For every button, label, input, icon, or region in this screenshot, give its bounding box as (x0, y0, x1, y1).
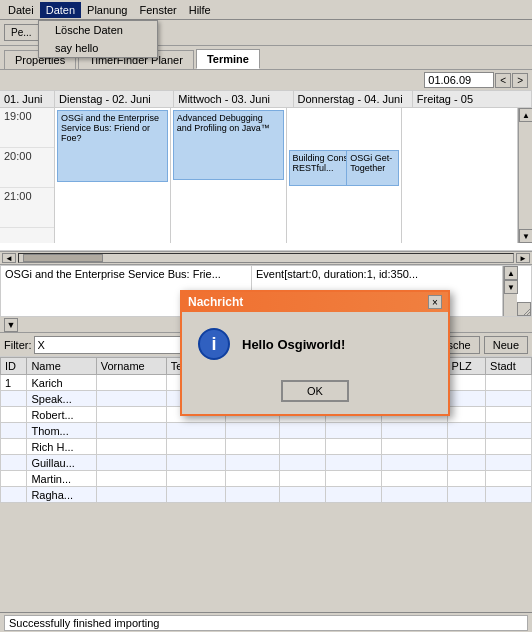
table-cell (1, 407, 27, 423)
svg-line-0 (524, 309, 530, 315)
hscroll-left[interactable]: ◄ (2, 253, 16, 263)
date-input[interactable] (424, 72, 494, 88)
expand-btn[interactable]: ▼ (4, 318, 18, 332)
cal-header-0: 01. Juni (0, 91, 55, 107)
svg-line-1 (527, 312, 530, 315)
menu-daten[interactable]: Daten (40, 2, 81, 18)
table-cell: Martin... (27, 471, 96, 487)
table-cell (326, 423, 382, 439)
table-cell: Karich (27, 375, 96, 391)
ok-btn[interactable]: OK (281, 380, 349, 402)
table-cell: Guillau... (27, 455, 96, 471)
table-cell (96, 391, 166, 407)
neue-btn[interactable]: Neue (484, 336, 528, 354)
event-osgi-gettogether[interactable]: OSGi Get-Together (346, 150, 399, 186)
table-cell (486, 487, 532, 503)
next-btn[interactable]: > (512, 73, 528, 88)
event-osgi-bus[interactable]: OSGi and the Enterprise Service Bus: Fri… (57, 110, 168, 182)
detail-scrollbar[interactable]: ▲ ▼ (503, 266, 517, 316)
table-cell (225, 471, 280, 487)
dialog-footer: OK (182, 376, 448, 414)
dropdown-losche-daten[interactable]: Lösche Daten (39, 21, 157, 39)
table-cell (1, 487, 27, 503)
date-navigator: < > (0, 70, 532, 91)
table-cell (166, 471, 225, 487)
resize-icon (518, 303, 530, 315)
table-cell (96, 375, 166, 391)
menu-hilfe[interactable]: Hilfe (183, 2, 217, 18)
calendar-header: 01. Juni Dienstag - 02. Juni Mittwoch - … (0, 91, 532, 108)
dialog-close-btn[interactable]: × (428, 295, 442, 309)
table-row[interactable]: Rich H... (1, 439, 532, 455)
table-cell (1, 439, 27, 455)
hscroll-track[interactable] (18, 253, 514, 263)
table-cell (96, 423, 166, 439)
table-cell (225, 487, 280, 503)
table-cell (166, 487, 225, 503)
cal-header-4: Freitag - 05 (413, 91, 532, 107)
menu-datei[interactable]: Datei (2, 2, 40, 18)
vscroll-up[interactable]: ▲ (504, 266, 518, 280)
calendar-scrollbar[interactable]: ▲ ▼ (518, 108, 532, 243)
table-cell (225, 455, 280, 471)
scroll-up-arrow[interactable]: ▲ (519, 108, 532, 122)
table-row[interactable]: Martin... (1, 471, 532, 487)
table-cell (96, 455, 166, 471)
dialog-title: Nachricht (188, 295, 243, 309)
table-cell (280, 439, 326, 455)
col-id: ID (1, 358, 27, 375)
menubar: Datei Daten Planung Fenster Hilfe (0, 0, 532, 20)
table-row[interactable]: Guillau... (1, 455, 532, 471)
toolbar-pe-btn[interactable]: Pe... (4, 24, 39, 41)
prev-btn[interactable]: < (495, 73, 511, 88)
table-row[interactable]: Ragha... (1, 487, 532, 503)
table-cell (1, 423, 27, 439)
col-plz: PLZ (447, 358, 486, 375)
dialog-body: i Hello Osgiworld! (182, 312, 448, 376)
vscroll-down[interactable]: ▼ (504, 280, 518, 294)
time-2100: 21:00 (0, 188, 54, 228)
day-col-2: Advanced Debugging and Profiling on Java… (171, 108, 287, 243)
cal-header-1: Dienstag - 02. Juni (55, 91, 174, 107)
day-col-1: OSGi and the Enterprise Service Bus: Fri… (55, 108, 171, 243)
table-cell (381, 439, 447, 455)
table-cell (486, 439, 532, 455)
table-cell (486, 423, 532, 439)
table-row[interactable]: Thom... (1, 423, 532, 439)
table-cell (1, 391, 27, 407)
table-cell: 1 (1, 375, 27, 391)
calendar: 01. Juni Dienstag - 02. Juni Mittwoch - … (0, 91, 532, 251)
table-cell (96, 439, 166, 455)
table-cell (225, 423, 280, 439)
horizontal-scrollbar[interactable]: ◄ ► (0, 251, 532, 265)
table-cell (166, 439, 225, 455)
table-cell (486, 407, 532, 423)
table-cell (447, 471, 486, 487)
hscroll-right[interactable]: ► (516, 253, 530, 263)
table-cell (486, 471, 532, 487)
resize-handle[interactable] (517, 302, 531, 316)
dialog-info-icon: i (198, 328, 230, 360)
table-cell: Rich H... (27, 439, 96, 455)
calendar-body: 19:00 20:00 21:00 OSGi and the Enterpris… (0, 108, 532, 243)
table-cell (166, 455, 225, 471)
table-cell (447, 391, 486, 407)
table-cell (486, 391, 532, 407)
dialog-message: Hello Osgiworld! (242, 337, 345, 352)
scroll-down-arrow[interactable]: ▼ (519, 229, 532, 243)
event-debugging[interactable]: Advanced Debugging and Profiling on Java… (173, 110, 284, 180)
table-cell (225, 439, 280, 455)
table-cell (447, 423, 486, 439)
table-cell (1, 471, 27, 487)
time-1900: 19:00 (0, 108, 54, 148)
table-cell: Ragha... (27, 487, 96, 503)
table-cell (486, 375, 532, 391)
table-cell (326, 439, 382, 455)
table-cell (280, 455, 326, 471)
tab-termine[interactable]: Termine (196, 49, 260, 69)
menu-fenster[interactable]: Fenster (133, 2, 182, 18)
dropdown-say-hello[interactable]: say hello (39, 39, 157, 57)
table-cell (166, 423, 225, 439)
menu-planung[interactable]: Planung (81, 2, 133, 18)
table-cell (326, 471, 382, 487)
